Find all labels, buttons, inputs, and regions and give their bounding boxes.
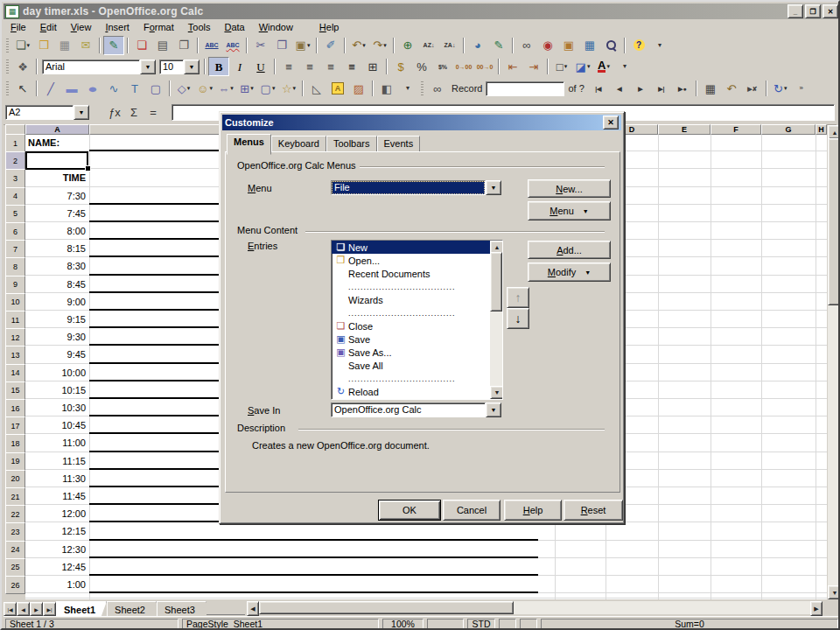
prev-sheet-button[interactable]: ◀ xyxy=(17,602,30,616)
cancel-button[interactable]: Cancel xyxy=(443,500,500,521)
stars-icon-dropdown[interactable]: ▾ xyxy=(293,85,297,92)
sum-icon[interactable]: Σ xyxy=(124,104,144,120)
row-header-21[interactable]: 21 xyxy=(5,487,25,506)
merge-cells-icon[interactable]: ⊞ xyxy=(362,57,383,76)
background-color-icon[interactable]: ◪▾ xyxy=(572,57,593,76)
fontwork-icon[interactable]: A xyxy=(327,79,348,98)
toolbar-grip[interactable] xyxy=(6,60,9,74)
paste-icon[interactable]: ▣▾ xyxy=(292,36,313,55)
font-color-icon-dropdown[interactable]: ▾ xyxy=(606,63,610,70)
function-wizard-icon[interactable]: ƒx xyxy=(105,104,124,120)
save-record-icon[interactable]: ▦ xyxy=(700,79,721,98)
gallery-icon[interactable]: ▣ xyxy=(558,36,579,55)
hyperlink-icon[interactable]: ⊕ xyxy=(397,36,418,55)
row-header-19[interactable]: 19 xyxy=(5,452,25,471)
add-button[interactable]: Add... xyxy=(528,241,611,259)
sort-ascending-icon[interactable]: AZ↓ xyxy=(418,36,439,55)
ellipse-icon[interactable]: ● xyxy=(82,79,103,98)
help-button[interactable]: Help xyxy=(504,500,562,521)
menu-tools[interactable]: Tools xyxy=(181,21,218,33)
hscroll-track[interactable]: ▶ xyxy=(259,601,822,614)
row-header-14[interactable]: 14 xyxy=(5,364,25,382)
row-header-8[interactable]: 8 xyxy=(5,257,25,276)
menu-help[interactable]: Help xyxy=(312,21,346,33)
menu-window[interactable]: Window xyxy=(252,21,300,33)
navigator-icon[interactable]: ◉ xyxy=(537,36,558,55)
add-decimal-icon[interactable]: 0→00 xyxy=(453,57,474,76)
row-header-9[interactable]: 9 xyxy=(5,276,25,294)
name-box-dropdown[interactable]: ▼ xyxy=(74,105,89,120)
sort-descending-icon[interactable]: ZA↓ xyxy=(439,36,460,55)
cell-A10[interactable]: 9:00 xyxy=(25,293,88,311)
row-header-10[interactable]: 10 xyxy=(5,293,25,312)
entry-recent-documents[interactable]: Recent Documents xyxy=(332,267,502,280)
edit-points-icon[interactable]: ◺ xyxy=(306,79,327,98)
cell-selection[interactable] xyxy=(25,151,88,170)
font-color-icon[interactable]: A▾ xyxy=(593,57,614,76)
cell-A25[interactable]: 12:45 xyxy=(25,558,88,576)
row-header-2[interactable]: 2 xyxy=(5,151,25,170)
entries-scroll-down-icon[interactable]: ▼ xyxy=(490,386,503,399)
refresh-icon[interactable]: ↻▾ xyxy=(770,79,791,98)
data-sources-icon[interactable]: ▦ xyxy=(579,36,600,55)
basic-shapes-icon[interactable]: ◇▾ xyxy=(173,79,194,98)
sheet-vscroll-thumb[interactable] xyxy=(828,138,840,305)
font-name-combo-dropdown[interactable]: ▼ xyxy=(140,60,156,74)
email-icon[interactable]: ✉ xyxy=(75,36,96,55)
toolbar-options-icon[interactable]: ▾ xyxy=(614,57,635,76)
entries-scroll-thumb[interactable] xyxy=(490,252,502,312)
entry-wizards[interactable]: Wizards xyxy=(332,293,502,306)
new-document-icon[interactable]: ❏▾ xyxy=(12,36,33,55)
font-size-combo[interactable]: 10▼ xyxy=(159,60,200,74)
block-arrows-icon-dropdown[interactable]: ▾ xyxy=(230,85,234,92)
minimize-button[interactable]: _ xyxy=(788,4,803,18)
refresh-icon-dropdown[interactable]: ▾ xyxy=(784,85,788,92)
bold-icon[interactable]: B xyxy=(208,57,229,76)
selection-mode[interactable]: STD xyxy=(467,619,495,630)
hscroll-thumb[interactable] xyxy=(259,601,514,614)
select-icon[interactable]: ↖ xyxy=(12,79,33,98)
new-record-icon[interactable]: ▶● xyxy=(672,79,693,98)
cell-A9[interactable]: 8:45 xyxy=(25,276,88,293)
ok-button[interactable]: OK xyxy=(378,500,441,521)
new-button[interactable]: New... xyxy=(528,179,611,198)
row-header-11[interactable]: 11 xyxy=(5,311,25,329)
sheet-indicator[interactable]: Sheet 1 / 3 xyxy=(5,619,178,630)
equals-icon[interactable]: = xyxy=(144,104,163,120)
cell-A1[interactable]: NAME: xyxy=(25,134,88,151)
freeform-line-icon[interactable]: ∿ xyxy=(103,79,124,98)
row-header-26[interactable]: 26 xyxy=(5,576,25,594)
chart-icon[interactable]: ◕ xyxy=(467,36,488,55)
save-in-dropdown[interactable]: ▼ xyxy=(486,402,501,417)
cell-A6[interactable]: 8:00 xyxy=(25,222,88,240)
copy-icon[interactable]: ❐ xyxy=(271,36,292,55)
dialog-title-bar[interactable]: Customize ✕ xyxy=(222,115,621,130)
row-header-3[interactable]: 3 xyxy=(5,169,25,187)
menu-button[interactable]: Menu▼ xyxy=(528,201,611,220)
prev-record-icon[interactable]: ◀ xyxy=(609,79,630,98)
cell-A8[interactable]: 8:30 xyxy=(25,257,88,275)
row-header-15[interactable]: 15 xyxy=(5,382,25,400)
delete-record-icon[interactable]: ▶✘ xyxy=(742,79,763,98)
edit-file-icon[interactable]: ✎ xyxy=(103,36,124,55)
record-input[interactable] xyxy=(486,81,564,96)
doc-modified[interactable] xyxy=(499,619,516,630)
flowchart-icon[interactable]: ⊞▾ xyxy=(236,79,257,98)
basic-shapes-icon-dropdown[interactable]: ▾ xyxy=(187,85,191,92)
cell-A19[interactable]: 11:15 xyxy=(25,452,88,470)
undo-icon[interactable]: ↶▾ xyxy=(348,36,369,55)
font-name-combo-value[interactable]: Arial xyxy=(42,60,140,74)
cell-A23[interactable]: 12:15 xyxy=(25,522,88,540)
align-left-icon[interactable]: ≡ xyxy=(278,57,299,76)
cell-A18[interactable]: 11:00 xyxy=(25,434,88,452)
modify-button[interactable]: Modify▼ xyxy=(528,262,611,282)
menu-insert[interactable]: Insert xyxy=(98,21,136,33)
hscroll-right-icon[interactable]: ▶ xyxy=(810,601,822,616)
from-file-icon[interactable]: ▨ xyxy=(348,79,369,98)
cell-A15[interactable]: 10:15 xyxy=(25,382,88,399)
align-right-icon[interactable]: ≡ xyxy=(320,57,341,76)
symbol-shapes-icon[interactable]: ☺▾ xyxy=(194,79,215,98)
percent-icon[interactable]: % xyxy=(411,57,432,76)
currency-icon[interactable]: $ xyxy=(390,57,411,76)
row-header-16[interactable]: 16 xyxy=(5,399,25,417)
